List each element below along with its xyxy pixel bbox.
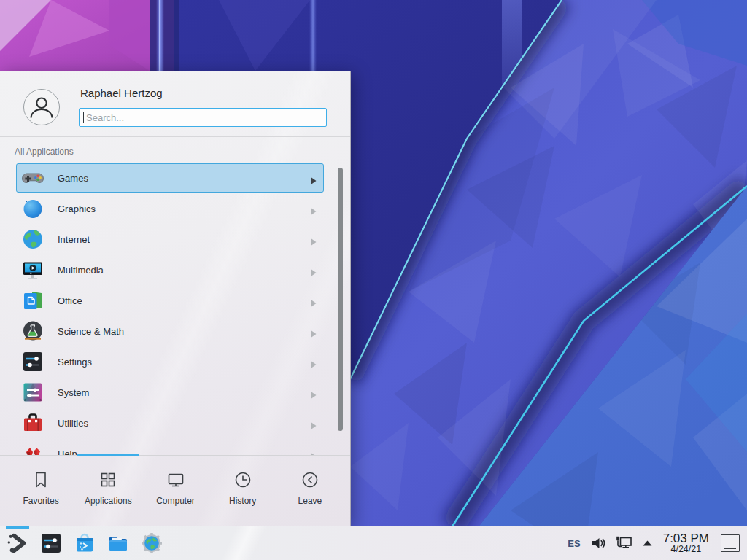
submenu-arrow-icon	[311, 205, 317, 212]
submenu-arrow-icon	[311, 358, 317, 365]
grid-icon	[98, 470, 117, 489]
category-item-games[interactable]: Games	[16, 163, 324, 192]
launcher-button[interactable]	[4, 529, 31, 557]
clock-date: 4/24/21	[663, 545, 709, 554]
category-item-system[interactable]: System	[16, 378, 324, 407]
category-item-science-math[interactable]: Science & Math	[16, 316, 324, 346]
toolbox-icon	[21, 411, 44, 435]
launcher-header: Raphael Hertzog	[0, 71, 350, 137]
tab-label: Favorites	[23, 496, 58, 506]
flask-icon	[21, 319, 44, 343]
category-item-help[interactable]: Help	[16, 439, 324, 455]
submenu-arrow-icon	[311, 327, 317, 335]
category-item-internet[interactable]: Internet	[16, 225, 324, 254]
globe-icon	[21, 228, 44, 251]
category-label: Office	[58, 295, 311, 306]
discover-button[interactable]	[71, 529, 98, 557]
gamepad-icon	[21, 166, 44, 190]
discover-bag-icon	[73, 532, 96, 555]
user-icon	[24, 90, 59, 125]
submenu-arrow-icon	[311, 266, 317, 273]
speaker-icon	[590, 535, 606, 551]
tab-history[interactable]: History	[209, 456, 276, 521]
volume-button[interactable]	[590, 535, 606, 551]
tab-label: Leave	[298, 496, 322, 506]
digital-clock[interactable]: 7:03 PM 4/24/21	[663, 532, 709, 555]
taskbar-apps	[0, 529, 166, 557]
category-label: Graphics	[58, 203, 311, 214]
tab-computer[interactable]: Computer	[142, 456, 209, 521]
category-label: Settings	[58, 357, 311, 368]
clock-time: 7:03 PM	[663, 532, 709, 545]
category-label: Games	[58, 173, 311, 184]
category-item-settings[interactable]: Settings	[16, 347, 324, 376]
show-desktop-button[interactable]	[721, 534, 740, 552]
keyboard-layout-indicator[interactable]: ES	[568, 538, 580, 549]
tab-favorites[interactable]: Favorites	[7, 456, 74, 521]
tray-expander-button[interactable]	[642, 539, 653, 548]
category-label: Utilities	[58, 418, 311, 429]
clock-icon	[233, 470, 252, 489]
category-item-graphics[interactable]: Graphics	[16, 194, 324, 223]
browser-globe-icon	[140, 532, 163, 555]
submenu-arrow-icon	[311, 236, 317, 243]
desktop: Raphael Hertzog All Applications Games	[0, 0, 747, 560]
submenu-arrow-icon	[311, 389, 317, 396]
monitor-play-icon	[21, 258, 44, 281]
avatar[interactable]	[23, 89, 60, 125]
computer-icon	[166, 470, 185, 489]
active-task-indicator	[6, 526, 29, 529]
tab-label: Applications	[85, 496, 132, 506]
category-list: Games Graphics	[0, 163, 350, 455]
document-icon	[21, 289, 44, 312]
leave-icon	[301, 470, 320, 489]
user-name: Raphael Hertzog	[80, 87, 163, 99]
text-caret	[83, 112, 84, 123]
launcher-tabbar: Favorites Applications Computer	[7, 456, 344, 521]
caret-up-icon	[642, 539, 653, 548]
category-label: Multimedia	[58, 265, 311, 276]
category-label: System	[58, 387, 311, 398]
category-item-multimedia[interactable]: Multimedia	[16, 255, 324, 284]
tab-leave[interactable]: Leave	[276, 456, 344, 521]
submenu-arrow-icon	[311, 419, 317, 427]
sphere-icon	[21, 197, 44, 220]
tab-label: History	[229, 496, 256, 506]
web-browser-button[interactable]	[138, 529, 166, 557]
folder-icon	[107, 532, 130, 555]
network-button[interactable]	[615, 535, 633, 551]
section-label: All Applications	[15, 147, 74, 157]
submenu-arrow-icon	[311, 450, 317, 455]
system-tray: ES	[568, 532, 747, 555]
scrollbar[interactable]	[338, 168, 343, 431]
category-item-utilities[interactable]: Utilities	[16, 408, 324, 438]
category-item-office[interactable]: Office	[16, 286, 324, 315]
taskbar-panel: ES	[0, 526, 747, 560]
submenu-arrow-icon	[311, 297, 317, 304]
category-label: Internet	[58, 234, 311, 245]
submenu-arrow-icon	[311, 174, 317, 182]
kickoff-icon	[6, 532, 29, 555]
system-sliders-icon	[21, 381, 44, 404]
tab-applications[interactable]: Applications	[74, 456, 142, 521]
search-input[interactable]	[79, 108, 327, 127]
category-label: Science & Math	[58, 326, 311, 337]
application-launcher-popup: Raphael Hertzog All Applications Games	[0, 71, 351, 526]
file-manager-button[interactable]	[104, 529, 132, 557]
bookmark-icon	[31, 470, 50, 489]
settings-icon	[39, 532, 63, 555]
system-settings-button[interactable]	[37, 529, 65, 557]
wired-network-icon	[615, 535, 633, 551]
sliders-icon	[21, 350, 44, 373]
tab-label: Computer	[156, 496, 195, 506]
help-icon	[21, 442, 44, 455]
